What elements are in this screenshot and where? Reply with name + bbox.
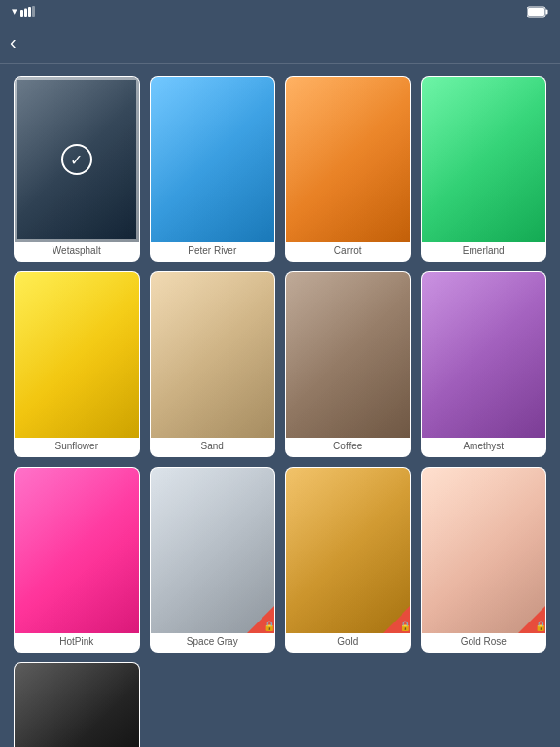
battery-label: [527, 4, 548, 17]
theme-label-gold-rose: Gold Rose: [422, 633, 546, 652]
lock-icon: [518, 606, 545, 633]
theme-card-space-gray[interactable]: Space Gray: [150, 467, 276, 653]
theme-card-sunflower[interactable]: Sunflower: [14, 271, 140, 457]
theme-label-amethyst: Amethyst: [422, 438, 546, 456]
theme-card-sand[interactable]: Sand: [150, 271, 276, 457]
svg-rect-3: [32, 6, 35, 17]
theme-label-carrot: Carrot: [286, 242, 410, 261]
theme-swatch-peter-river: [151, 77, 275, 242]
theme-swatch-coffee: [286, 272, 410, 438]
svg-rect-1: [24, 9, 27, 18]
theme-label-sand: Sand: [151, 438, 275, 456]
theme-label-emerland: Emerland: [422, 242, 546, 261]
theme-label-peter-river: Peter River: [151, 242, 275, 261]
lock-icon: [247, 606, 274, 633]
theme-swatch-hotpink: [15, 468, 139, 633]
theme-label-coffee: Coffee: [286, 438, 410, 456]
theme-swatch-sand: [151, 272, 275, 438]
theme-card-emerland[interactable]: Emerland: [421, 76, 547, 262]
theme-label-wetasphalt: Wetasphalt: [15, 242, 139, 261]
theme-swatch-amethyst: [422, 272, 546, 438]
theme-swatch-gold: [286, 468, 410, 633]
theme-swatch-emerland: [422, 77, 546, 242]
theme-card-coffee[interactable]: Coffee: [285, 271, 411, 457]
theme-card-hotpink[interactable]: HotPink: [14, 467, 140, 653]
carrier-label: ▾: [12, 5, 35, 18]
theme-card-carrot[interactable]: Carrot: [285, 76, 411, 262]
theme-swatch-black-opaque: [15, 663, 139, 747]
svg-rect-0: [20, 10, 23, 17]
theme-swatch-sunflower: [15, 272, 139, 438]
nav-bar: ‹: [0, 21, 560, 64]
back-button[interactable]: ‹: [10, 33, 20, 52]
lock-icon: [383, 606, 410, 633]
theme-label-hotpink: HotPink: [15, 633, 139, 652]
theme-label-space-gray: Space Gray: [151, 633, 275, 652]
theme-card-gold[interactable]: Gold: [285, 467, 411, 653]
theme-swatch-gold-rose: [422, 468, 546, 633]
theme-card-wetasphalt[interactable]: ✓Wetasphalt: [14, 76, 140, 262]
theme-swatch-carrot: [286, 77, 410, 242]
status-bar: ▾: [0, 0, 560, 21]
svg-rect-5: [546, 9, 548, 14]
theme-card-gold-rose[interactable]: Gold Rose: [421, 467, 547, 653]
theme-card-black-opaque[interactable]: Black Opaque: [14, 662, 140, 747]
svg-rect-6: [528, 8, 544, 16]
theme-swatch-wetasphalt: ✓: [15, 77, 139, 242]
back-chevron-icon: ‹: [10, 32, 17, 52]
theme-card-peter-river[interactable]: Peter River: [150, 76, 276, 262]
svg-rect-2: [28, 7, 31, 17]
theme-swatch-space-gray: [151, 468, 275, 633]
theme-card-amethyst[interactable]: Amethyst: [421, 271, 547, 457]
selected-check-icon: ✓: [61, 144, 92, 175]
themes-grid: ✓WetasphaltPeter RiverCarrotEmerlandSunf…: [0, 64, 560, 747]
theme-label-gold: Gold: [286, 633, 410, 652]
theme-label-sunflower: Sunflower: [15, 438, 139, 456]
